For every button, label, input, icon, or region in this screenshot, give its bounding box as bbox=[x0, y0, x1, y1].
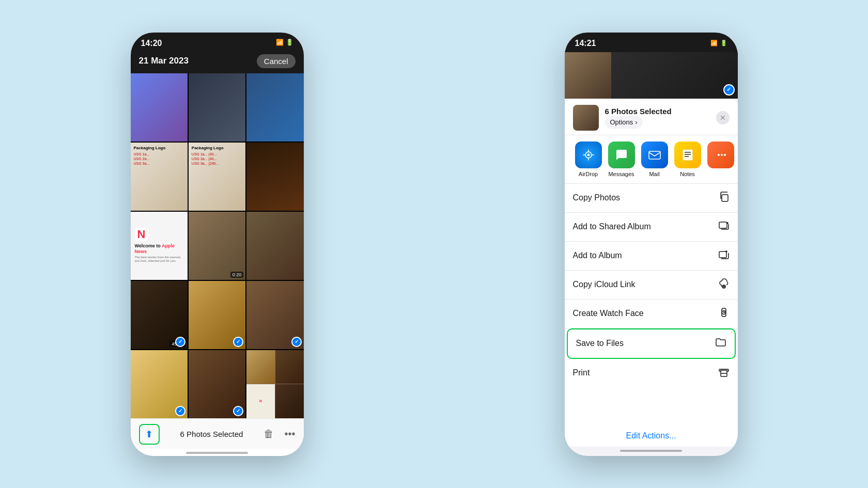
add-album-icon bbox=[718, 249, 730, 263]
photo-cell[interactable] bbox=[246, 212, 303, 280]
create-watch-face-action[interactable]: Create Watch Face bbox=[565, 300, 738, 328]
add-shared-album-label: Add to Shared Album bbox=[573, 222, 651, 231]
photo-cell[interactable]: Packaging Logo USG 1a... USG 2a... USG 3… bbox=[131, 143, 188, 211]
create-watch-face-icon bbox=[718, 307, 730, 321]
print-icon bbox=[718, 366, 730, 380]
photo-cell[interactable] bbox=[246, 143, 303, 211]
news-subtitle: The best stories from the sources you lo… bbox=[135, 256, 183, 264]
share-title: 6 Photos Selected bbox=[605, 107, 710, 116]
copy-photos-action[interactable]: Copy Photos bbox=[565, 184, 738, 213]
notes-label: Notes bbox=[680, 171, 695, 177]
wifi-icon: 📶 bbox=[710, 40, 718, 46]
add-shared-album-icon bbox=[718, 220, 730, 234]
news-cell[interactable]: N Welcome to Apple News The best stories… bbox=[131, 212, 188, 280]
battery-icon: 🔋 bbox=[720, 40, 727, 46]
left-time: 14:20 bbox=[141, 39, 162, 48]
delete-button[interactable]: 🗑 bbox=[264, 428, 274, 440]
svg-rect-10 bbox=[722, 195, 728, 201]
photo-cell[interactable]: 0:20 bbox=[189, 212, 245, 280]
create-watch-face-label: Create Watch Face bbox=[573, 309, 644, 318]
cancel-button[interactable]: Cancel bbox=[257, 54, 296, 68]
copy-icloud-action[interactable]: Copy iCloud Link bbox=[565, 271, 738, 300]
more-button[interactable]: ••• bbox=[284, 428, 295, 440]
check-badge bbox=[175, 337, 185, 347]
photo-cell[interactable] bbox=[131, 350, 188, 418]
svg-rect-2 bbox=[649, 151, 660, 159]
photo-grid: Packaging Logo USG 1a... USG 2a... USG 3… bbox=[131, 73, 304, 418]
preview-check: ✓ bbox=[723, 84, 735, 96]
photo-cell[interactable] bbox=[189, 73, 245, 141]
save-to-files-label: Save to Files bbox=[576, 339, 624, 348]
photo-cell[interactable] bbox=[246, 73, 303, 141]
print-action[interactable]: Print bbox=[565, 359, 738, 387]
add-album-label: Add to Album bbox=[573, 251, 622, 260]
check-badge bbox=[175, 406, 185, 416]
edit-actions-link[interactable]: Edit Actions... bbox=[626, 431, 676, 440]
copy-icloud-label: Copy iCloud Link bbox=[573, 280, 636, 289]
photo-cell[interactable]: N bbox=[246, 350, 303, 418]
svg-point-8 bbox=[721, 154, 723, 156]
left-phone: 14:20 📶 🔋 21 Mar 2023 Cancel Packaging L… bbox=[131, 33, 304, 456]
bottom-actions: 🗑 ••• bbox=[264, 428, 295, 440]
app-item-notes[interactable]: Notes bbox=[672, 141, 703, 177]
photo-grid-header: 21 Mar 2023 Cancel bbox=[131, 52, 304, 73]
check-badge bbox=[291, 337, 302, 347]
close-button[interactable]: ✕ bbox=[716, 111, 730, 124]
photo-date: 21 Mar 2023 bbox=[139, 56, 189, 66]
svg-point-9 bbox=[724, 154, 726, 156]
share-icon: ⬆ bbox=[145, 429, 153, 440]
photo-cell[interactable] bbox=[246, 281, 303, 349]
home-indicator bbox=[186, 452, 248, 454]
duration-badge: 0:20 bbox=[230, 272, 244, 278]
action-list: Copy Photos Add to Shared Album bbox=[565, 184, 738, 425]
share-button[interactable]: ⬆ bbox=[139, 424, 160, 445]
preview-thumb-2: ✓ bbox=[611, 52, 738, 99]
svg-rect-11 bbox=[719, 222, 727, 228]
copy-photos-label: Copy Photos bbox=[573, 193, 621, 202]
mail-label: Mail bbox=[649, 171, 659, 177]
svg-rect-3 bbox=[683, 149, 693, 161]
airdrop-label: AirDrop bbox=[579, 171, 598, 177]
edit-actions: Edit Actions... bbox=[565, 425, 738, 447]
check-badge bbox=[233, 406, 243, 416]
apple-news-logo: N bbox=[135, 228, 148, 241]
wifi-icon: 📶 bbox=[276, 39, 284, 46]
photo-preview-strip: ✓ bbox=[565, 52, 738, 99]
right-status-bar: 14:21 📶 🔋 bbox=[565, 33, 738, 52]
share-meta: 6 Photos Selected Options › bbox=[605, 107, 710, 129]
app-item-airdrop[interactable]: AirDrop bbox=[573, 141, 604, 177]
add-shared-album-action[interactable]: Add to Shared Album bbox=[565, 213, 738, 242]
svg-rect-24 bbox=[721, 373, 727, 376]
right-phone: 14:21 📶 🔋 ✓ 6 Photos Selected Options › … bbox=[565, 33, 738, 456]
share-thumbnail bbox=[573, 105, 599, 131]
preview-thumb-1 bbox=[565, 52, 611, 99]
photo-cell[interactable] bbox=[189, 281, 245, 349]
close-icon: ✕ bbox=[720, 114, 726, 122]
check-badge bbox=[233, 337, 243, 347]
battery-icon: 🔋 bbox=[286, 39, 293, 46]
airdrop-icon bbox=[575, 141, 602, 168]
right-time: 14:21 bbox=[575, 39, 596, 48]
messages-label: Messages bbox=[608, 171, 634, 177]
copy-photos-icon bbox=[718, 191, 730, 205]
print-label: Print bbox=[573, 368, 590, 377]
app-item-messages[interactable]: Messages bbox=[606, 141, 637, 177]
app-item-mail[interactable]: Mail bbox=[639, 141, 670, 177]
left-status-bar: 14:20 📶 🔋 bbox=[131, 33, 304, 52]
save-to-files-action[interactable]: Save to Files bbox=[567, 328, 736, 359]
share-sheet-header: 6 Photos Selected Options › ✕ bbox=[565, 99, 738, 135]
photo-cell[interactable]: Packaging Logo USG 1a... (40... USG 2a..… bbox=[189, 143, 245, 211]
photo-cell[interactable] bbox=[189, 350, 245, 418]
add-album-action[interactable]: Add to Album bbox=[565, 242, 738, 271]
mail-icon bbox=[641, 141, 668, 168]
share-sheet: 6 Photos Selected Options › ✕ bbox=[565, 99, 738, 447]
options-button[interactable]: Options › bbox=[605, 116, 643, 129]
notes-icon bbox=[674, 141, 701, 168]
chevron-right-icon: › bbox=[635, 118, 637, 126]
photo-cell[interactable] bbox=[131, 73, 188, 141]
app-item-more[interactable] bbox=[705, 141, 736, 177]
messages-icon bbox=[608, 141, 635, 168]
app-row: AirDrop Messages Mail bbox=[565, 135, 738, 184]
photo-cell[interactable]: 45:06 bbox=[131, 281, 188, 349]
left-status-icons: 📶 🔋 bbox=[276, 39, 293, 46]
